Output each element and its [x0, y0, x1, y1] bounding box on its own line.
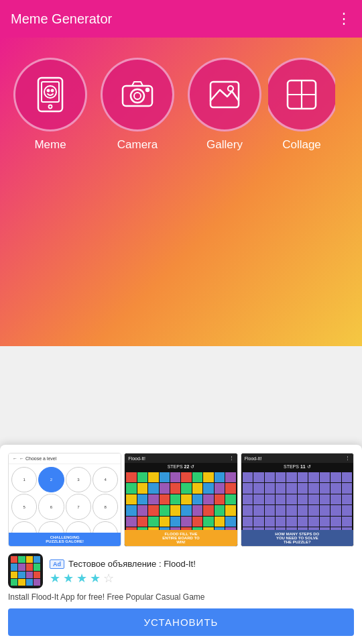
gallery-icon — [205, 75, 244, 114]
flood-cell — [215, 505, 225, 515]
flood-cell — [203, 505, 213, 515]
level-cell[interactable]: 1 — [11, 467, 37, 492]
ss2-steps: STEPS 22 ↺ — [125, 463, 237, 471]
ss2-title: Flood-It! — [128, 456, 145, 461]
level-cell[interactable]: 8 — [93, 494, 118, 519]
camera-icon-item[interactable]: Camera — [94, 58, 181, 152]
flood-cell — [148, 472, 158, 482]
mini-flood-cell — [18, 564, 25, 570]
ss3-title: Flood-It! — [245, 456, 262, 461]
ss3-header: Flood-It! ⋮ — [241, 453, 353, 463]
gallery-icon-circle — [188, 58, 261, 131]
ad-screenshots: ← ← Choose a level 123456789101112131415… — [8, 453, 354, 547]
flood-cell — [203, 494, 213, 504]
mini-flood-cell — [18, 572, 25, 578]
camera-icon-circle — [101, 58, 174, 131]
mini-flood-cell — [34, 564, 40, 570]
level-cell[interactable]: 7 — [66, 494, 91, 519]
mini-flood-cell — [26, 564, 33, 570]
flood-it-app-icon — [8, 553, 43, 588]
flood-cell — [342, 505, 352, 515]
flood-cell — [308, 505, 318, 515]
flood-cell — [253, 505, 263, 515]
flood-cell — [243, 472, 253, 482]
flood-cell — [192, 517, 202, 527]
top-bar: Meme Generator ⋮ — [0, 0, 362, 38]
flood-cell — [148, 505, 158, 515]
ss1-footer: CHALLENGINGPUZZLES GALORE! — [9, 533, 121, 546]
flood-cell — [320, 472, 330, 482]
flood-cell — [126, 472, 136, 482]
flood-cell — [330, 472, 341, 482]
flood-cell — [126, 483, 136, 493]
flood-cell — [181, 517, 191, 527]
mini-flood-cell — [26, 579, 33, 586]
flood-cell — [253, 494, 263, 504]
level-cell[interactable]: 4 — [93, 467, 118, 492]
more-options-button[interactable]: ⋮ — [337, 10, 351, 28]
flood-cell — [148, 517, 158, 527]
flood-cell — [170, 472, 180, 482]
flood-cell — [298, 494, 308, 504]
flood-cell — [308, 483, 318, 493]
ss1-header-text: ← Choose a level — [19, 456, 56, 461]
mini-flood-cell — [11, 556, 17, 563]
flood-cell — [126, 505, 136, 515]
gallery-icon-item[interactable]: Gallery — [181, 58, 268, 152]
flood-cell — [137, 517, 147, 527]
flood-cell — [137, 483, 147, 493]
collage-icon-circle — [268, 58, 335, 131]
ss2-footer: FLOOD FILL THEENTIRE BOARD TOWIN! — [125, 530, 237, 546]
svg-point-2 — [44, 86, 56, 98]
camera-icon — [118, 75, 157, 114]
flood-cell — [225, 494, 235, 504]
flood-cell — [126, 494, 136, 504]
flood-cell — [286, 483, 296, 493]
flood-cell — [330, 483, 341, 493]
flood-cell — [170, 483, 180, 493]
meme-icon-item[interactable]: Meme — [7, 58, 94, 152]
ad-info-row: Ad Тестовое объявление : Flood-It! ★★★★☆ — [8, 553, 354, 588]
flood-cell — [286, 494, 296, 504]
mini-flood-cell — [34, 572, 40, 578]
mini-flood-cell — [11, 564, 17, 570]
level-cell[interactable]: 3 — [66, 467, 91, 492]
ad-screenshot-2: Flood-It! ⋮ STEPS 22 ↺ FLOOD FILL THEENT… — [124, 453, 237, 547]
flood-cell — [215, 494, 225, 504]
mini-flood-cell — [34, 579, 40, 586]
flood-cell — [342, 517, 352, 527]
flood-cell — [330, 505, 341, 515]
level-cell[interactable]: 6 — [38, 494, 64, 519]
mini-flood-cell — [26, 572, 33, 578]
flood-cell — [215, 472, 225, 482]
mini-flood-cell — [18, 556, 25, 563]
star-icon: ☆ — [103, 571, 115, 583]
star-icon: ★ — [76, 571, 88, 583]
svg-point-11 — [228, 86, 233, 91]
mini-flood-cell — [18, 579, 25, 586]
install-button[interactable]: УСТАНОВИТЬ — [8, 608, 354, 636]
flood-cell — [276, 505, 286, 515]
level-cell[interactable]: 5 — [11, 494, 37, 519]
flood-cell — [225, 517, 235, 527]
flood-cell — [320, 517, 330, 527]
app-title: Meme Generator — [11, 11, 112, 27]
flood-cell — [330, 494, 341, 504]
flood-cell — [342, 494, 352, 504]
level-cell[interactable]: 2 — [38, 467, 64, 492]
flood-cell — [265, 505, 275, 515]
svg-point-9 — [146, 89, 149, 91]
mini-flood-cell — [34, 556, 40, 563]
flood-cell — [243, 505, 253, 515]
flood-cell — [137, 494, 147, 504]
gallery-label: Gallery — [206, 138, 243, 152]
ad-screenshot-3: Flood-It! ⋮ STEPS 11 ↺ HOW MANY STEPS DO… — [241, 453, 354, 547]
flood-cell — [276, 483, 286, 493]
flood-cell — [215, 517, 225, 527]
collage-icon-item[interactable]: Collage — [268, 58, 335, 152]
flood-cell — [225, 472, 235, 482]
flood-cell — [181, 472, 191, 482]
collage-icon — [282, 75, 321, 114]
flood-cell — [225, 505, 235, 515]
flood-cell — [215, 483, 225, 493]
